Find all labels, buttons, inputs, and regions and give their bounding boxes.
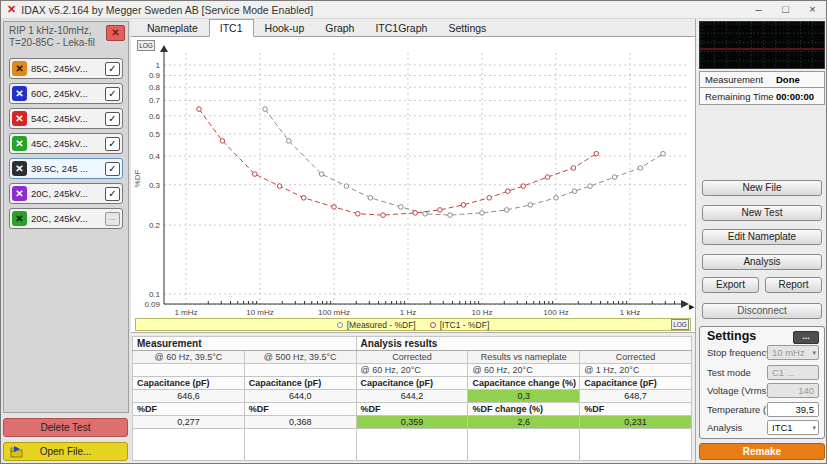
svg-text:0.1: 0.1 bbox=[149, 290, 161, 299]
capacitance-value-cell: 646,6 bbox=[133, 390, 245, 403]
test-set-panel: RIP 1 kHz-10mHz, T=20-85C - Leka-fil ✕ ✕… bbox=[3, 21, 129, 413]
series-measured bbox=[263, 107, 666, 218]
df-value-cell: 0,231 bbox=[580, 416, 692, 429]
analysis-label: Analysis bbox=[707, 422, 742, 433]
test-checkbox[interactable]: ✓ bbox=[105, 137, 120, 151]
test-item-label: 39.5C, 245 ... bbox=[31, 163, 105, 174]
new-test-button[interactable]: New Test bbox=[702, 205, 822, 221]
condition-cell: Corrected bbox=[580, 351, 692, 364]
empty-cell bbox=[133, 429, 245, 461]
legend-entry-measured[interactable]: [Measured - %DF] bbox=[337, 320, 416, 330]
test-more-button[interactable]: ... bbox=[105, 212, 120, 226]
df-value-cell: 2,6 bbox=[468, 416, 580, 429]
log-scale-button-x[interactable]: LOG bbox=[671, 319, 689, 330]
test-item-label: 85C, 245kV... bbox=[31, 63, 105, 74]
test-mode-label: Test mode bbox=[707, 367, 751, 378]
remake-button[interactable]: Remake bbox=[699, 443, 825, 460]
main-area: NameplateITC1Hook-upGraphITC1GraphSettin… bbox=[131, 19, 695, 464]
test-item-5[interactable]: ✕39.5C, 245 ...✓ bbox=[9, 158, 123, 179]
test-color-x-icon: ✕ bbox=[12, 161, 27, 176]
title-bar: ✕ IDAX v5.2.164 by Megger Sweden AB [Ser… bbox=[1, 1, 826, 19]
tab-strip: NameplateITC1Hook-upGraphITC1GraphSettin… bbox=[131, 19, 695, 37]
test-checkbox[interactable]: ✓ bbox=[105, 187, 120, 201]
setting-row-analysis: AnalysisITC1▾ bbox=[700, 420, 824, 435]
capacitance-label-cell: Capacitance (pF) bbox=[356, 377, 468, 390]
svg-text:1: 1 bbox=[156, 61, 161, 70]
condition2-cell: @ 60 Hz, 20°C bbox=[356, 364, 468, 377]
empty-cell bbox=[580, 429, 692, 461]
svg-text:0.6: 0.6 bbox=[149, 112, 161, 121]
close-button[interactable]: × bbox=[799, 1, 826, 19]
test-item-1[interactable]: ✕85C, 245kV...✓ bbox=[9, 58, 123, 79]
legend-entry-itc1[interactable]: [ITC1 - %DF] bbox=[430, 320, 490, 330]
test-mode-button[interactable]: C1 ... bbox=[767, 365, 819, 380]
empty-cell bbox=[468, 429, 580, 461]
analysis-select[interactable]: ITC1▾ bbox=[767, 420, 819, 435]
maximize-button[interactable]: □ bbox=[772, 1, 799, 19]
stop-frequency-label: Stop frequency bbox=[707, 347, 771, 358]
new-file-button[interactable]: New File bbox=[702, 180, 822, 196]
test-item-7[interactable]: ✕20C, 245kV...... bbox=[9, 208, 123, 229]
df-value-cell: 0,277 bbox=[133, 416, 245, 429]
splitter-arrow-icon[interactable]: ▶ bbox=[689, 303, 694, 311]
condition2-cell: @ 1 Hz, 20°C bbox=[580, 364, 692, 377]
test-item-label: 20C, 245kV... bbox=[31, 213, 105, 224]
tab-settings[interactable]: Settings bbox=[438, 20, 496, 36]
report-button[interactable]: Report bbox=[765, 277, 822, 293]
tab-itc1[interactable]: ITC1 bbox=[209, 19, 254, 37]
test-color-x-icon: ✕ bbox=[12, 61, 27, 76]
test-set-title: RIP 1 kHz-10mHz, T=20-85C - Leka-fil bbox=[9, 25, 107, 49]
svg-text:0.2: 0.2 bbox=[149, 221, 161, 230]
minimize-button[interactable]: – bbox=[745, 1, 772, 19]
df-frequency-chart[interactable]: 1 mHz10 mHz100 mHz1 Hz10 Hz100 Hz1 kHz10… bbox=[131, 37, 695, 319]
settings-more-button[interactable]: ... bbox=[793, 331, 819, 344]
test-item-4[interactable]: ✕45C, 245kV...✓ bbox=[9, 133, 123, 154]
svg-text:1 Hz: 1 Hz bbox=[400, 308, 416, 317]
svg-text:0.09: 0.09 bbox=[144, 300, 160, 309]
svg-text:0.9: 0.9 bbox=[149, 71, 161, 80]
tab-hook-up[interactable]: Hook-up bbox=[255, 20, 315, 36]
test-color-x-icon: ✕ bbox=[12, 86, 27, 101]
test-item-6[interactable]: ✕20C, 245kV...✓ bbox=[9, 183, 123, 204]
signal-scope-display bbox=[699, 21, 825, 69]
export-button[interactable]: Export bbox=[702, 277, 759, 293]
svg-text:%DF: %DF bbox=[133, 170, 142, 188]
temperature-input[interactable]: 39,5 bbox=[767, 402, 819, 417]
idax-window: ✕ IDAX v5.2.164 by Megger Sweden AB [Ser… bbox=[0, 0, 827, 464]
svg-text:100 Hz: 100 Hz bbox=[543, 308, 568, 317]
analysis-button[interactable]: Analysis bbox=[702, 254, 822, 270]
setting-row-stop-frequency: Stop frequency10 mHz▾ bbox=[700, 345, 824, 360]
test-color-x-icon: ✕ bbox=[12, 111, 27, 126]
test-checkbox[interactable]: ✓ bbox=[105, 162, 120, 176]
capacitance-value-cell: 0,3 bbox=[468, 390, 580, 403]
open-file-icon bbox=[10, 445, 24, 458]
df-value-cell: 0,359 bbox=[356, 416, 468, 429]
open-file-button[interactable]: Open File... bbox=[3, 442, 128, 461]
chevron-down-icon: ▾ bbox=[812, 346, 816, 359]
measured-marker-icon bbox=[337, 322, 343, 328]
tab-graph[interactable]: Graph bbox=[315, 20, 364, 36]
tab-itc1graph[interactable]: ITC1Graph bbox=[365, 20, 437, 36]
app-logo-icon: ✕ bbox=[7, 3, 16, 16]
test-item-3[interactable]: ✕54C, 245kV...✓ bbox=[9, 108, 123, 129]
voltage-label: Voltage (Vrms) bbox=[707, 385, 769, 396]
svg-text:0.5: 0.5 bbox=[149, 130, 161, 139]
delete-test-button[interactable]: Delete Test bbox=[3, 418, 128, 437]
test-checkbox[interactable]: ✓ bbox=[105, 112, 120, 126]
test-item-2[interactable]: ✕60C, 245kV...✓ bbox=[9, 83, 123, 104]
condition-cell: Results vs nameplate bbox=[468, 351, 580, 364]
disconnect-button[interactable]: Disconnect bbox=[702, 303, 822, 319]
log-scale-button-y[interactable]: LOG bbox=[137, 40, 155, 51]
svg-text:100 mHz: 100 mHz bbox=[318, 308, 350, 317]
df-label-cell: %DF bbox=[356, 403, 468, 416]
stop-frequency-select[interactable]: 10 mHz▾ bbox=[767, 345, 819, 360]
condition2-cell bbox=[133, 364, 245, 377]
test-checkbox[interactable]: ✓ bbox=[105, 87, 120, 101]
edit-nameplate-button[interactable]: Edit Nameplate bbox=[702, 229, 822, 245]
tab-nameplate[interactable]: Nameplate bbox=[137, 20, 208, 36]
voltage-input[interactable]: 140 bbox=[767, 383, 819, 398]
capacitance-label-cell: Capacitance (pF) bbox=[580, 377, 692, 390]
test-checkbox[interactable]: ✓ bbox=[105, 62, 120, 76]
chevron-down-icon: ▾ bbox=[812, 421, 816, 434]
close-test-set-button[interactable]: ✕ bbox=[106, 25, 125, 41]
